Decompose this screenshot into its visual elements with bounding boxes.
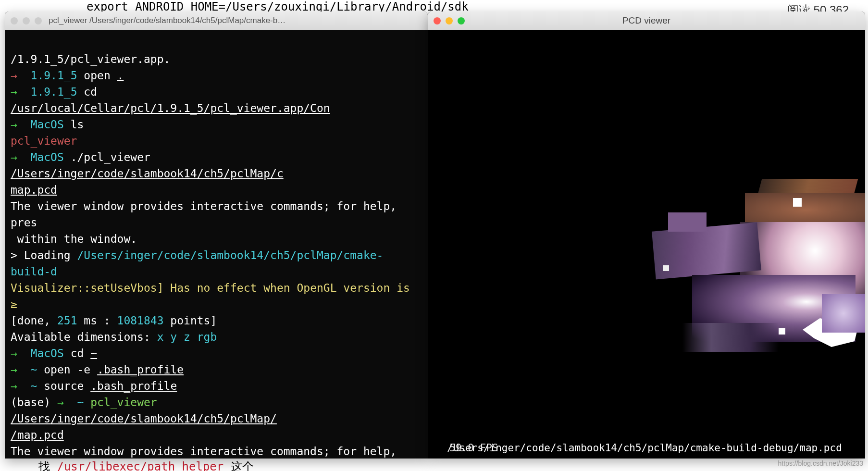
prompt-arrow: →: [11, 363, 31, 376]
terminal-line: /1.9.1_5/pcl_viewer.app.: [11, 53, 170, 65]
terminal-line: The viewer window provides interactive c…: [11, 445, 403, 459]
terminal-line: pcl_viewer: [11, 135, 77, 147]
terminal-window[interactable]: pcl_viewer /Users/inger/code/slambook14/…: [5, 12, 428, 459]
minimize-icon[interactable]: [23, 17, 30, 25]
close-icon[interactable]: [11, 17, 18, 25]
pcd-viewer-window[interactable]: PCD viewer 59.0 FPS /Users/inger/code/sl…: [428, 12, 865, 459]
terminal-line: > Loading /Users/inger/code/slambook14/c…: [11, 249, 383, 278]
pcd-path-overlay: /Users/inger/code/slambook14/ch5/pclMap/…: [447, 442, 842, 454]
terminal-title: pcl_viewer /Users/inger/code/slambook14/…: [49, 16, 285, 25]
pcd-title: PCD viewer: [428, 15, 865, 26]
prompt-arrow: →: [11, 86, 31, 98]
terminal-line: within the window.: [11, 233, 137, 245]
terminal-line: [done, 251 ms : 1081843 points]: [11, 314, 217, 327]
terminal-output[interactable]: /1.9.1_5/pcl_viewer.app. → 1.9.1_5 open …: [5, 30, 428, 459]
background-bottom-line: 找 /usr/libexec/path_helper 这个: [38, 459, 254, 471]
watermark-url: https://blog.csdn.net/Joki233: [778, 459, 863, 467]
pcd-canvas[interactable]: 59.0 FPS /Users/inger/code/slambook14/ch…: [428, 30, 865, 459]
point-cloud-render: [596, 179, 865, 361]
terminal-line: Available dimensions: x y z rgb: [11, 331, 217, 343]
terminal-titlebar[interactable]: pcl_viewer /Users/inger/code/slambook14/…: [5, 12, 428, 30]
window-controls: [11, 17, 42, 25]
terminal-line: /map.pcd: [11, 429, 64, 441]
pcd-titlebar[interactable]: PCD viewer: [428, 12, 865, 30]
prompt-arrow: →: [11, 69, 31, 82]
prompt-arrow: →: [11, 347, 31, 359]
prompt-arrow: →: [11, 118, 31, 131]
terminal-line: The viewer window provides interactive c…: [11, 200, 403, 229]
terminal-line: (base) → ~ pcl_viewer /Users/inger/code/…: [11, 396, 277, 425]
terminal-warning: Visualizer::setUseVbos] Has no effect wh…: [11, 282, 417, 310]
prompt-arrow: →: [11, 151, 31, 163]
zoom-icon[interactable]: [35, 17, 42, 25]
prompt-arrow: →: [11, 380, 31, 392]
terminal-line: map.pcd: [11, 184, 57, 196]
